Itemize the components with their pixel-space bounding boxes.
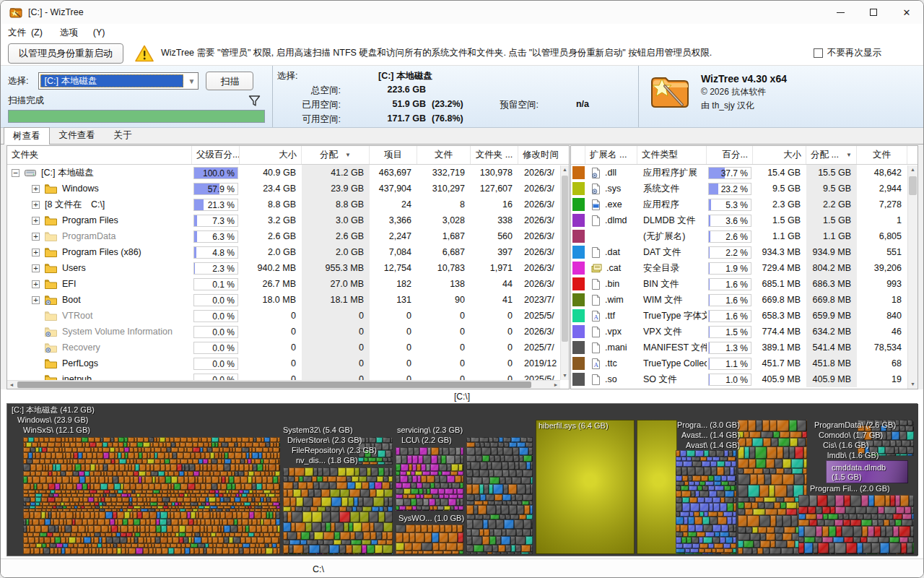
- percent-of-parent-bar: 0.0 %: [193, 326, 238, 338]
- used-space-value: 51.9 GB: [345, 99, 426, 111]
- tab-about[interactable]: 关于: [105, 126, 141, 144]
- expand-icon[interactable]: +: [32, 280, 40, 288]
- collapse-icon[interactable]: −: [12, 169, 19, 177]
- tree-row[interactable]: +Windows57.9 %23.4 GB23.9 GB437,904310,2…: [7, 181, 570, 197]
- tree-cell-files: 138: [417, 279, 471, 289]
- scroll-up-icon[interactable]: ▲: [908, 165, 918, 174]
- tree-header-col-5[interactable]: 文件: [417, 146, 471, 164]
- tree-row[interactable]: +Boot0.0 %18.0 MB18.1 MB13190412023/7/: [7, 292, 570, 308]
- tree-row[interactable]: +System Volume Information0.0 %000002026…: [7, 324, 570, 340]
- tree-row[interactable]: +Program Files7.3 %3.2 GB3.0 GB3,3663,02…: [7, 212, 570, 228]
- treemap-color-swatch: [572, 309, 585, 322]
- tree-row[interactable]: −[C:] 本地磁盘100.0 %40.9 GB41.2 GB463,69733…: [7, 165, 570, 181]
- ext-row[interactable]: .cat安全目录1.9 %729.4 MB804.2 MB39,206: [571, 260, 907, 276]
- ext-header-col-6[interactable]: 文件: [857, 146, 907, 164]
- ext-row[interactable]: .sys系统文件23.2 %9.5 GB9.5 GB2,944: [571, 181, 907, 197]
- expand-icon[interactable]: +: [32, 185, 40, 193]
- tree-row[interactable]: +[8 文件在 C:\]21.3 %8.8 GB8.8 GB248162026/…: [7, 197, 570, 212]
- ext-row[interactable]: .binBIN 文件1.6 %685.1 MB686.3 MB993: [571, 276, 907, 292]
- restart-as-admin-button[interactable]: 以管理员身份重新启动: [8, 43, 123, 64]
- ext-cell-size: 669.8 MB: [753, 295, 806, 305]
- ext-row[interactable]: A.ttcTrueType Collect1.1 %451.7 MB451.8 …: [571, 355, 907, 371]
- ext-row[interactable]: .vpxVPX 文件1.5 %774.4 MB634.2 MB46: [571, 324, 907, 340]
- expand-icon[interactable]: +: [32, 296, 40, 304]
- tree-vertical-scrollbar[interactable]: ▲ ▼: [560, 165, 569, 380]
- tree-row[interactable]: +PerfLogs0.0 %000002019/12: [7, 355, 570, 371]
- tree-header-col-2[interactable]: 大小: [240, 146, 302, 164]
- ext-vscroll-thumb[interactable]: [909, 176, 917, 195]
- ext-vertical-scrollbar[interactable]: ▲ ▼: [907, 165, 918, 389]
- tree-hscroll-thumb[interactable]: [17, 381, 531, 388]
- chevron-down-icon: ▼: [185, 77, 198, 85]
- tab-tree-view[interactable]: 树查看: [4, 127, 50, 144]
- ext-row[interactable]: .soSO 文件1.0 %405.9 MB405.9 MB19: [571, 371, 907, 387]
- tree-header-col-6[interactable]: 文件夹 ...: [471, 146, 518, 164]
- treemap[interactable]: [6, 403, 918, 556]
- tree-header-col-1[interactable]: 父级百分...: [192, 146, 240, 164]
- ext-row[interactable]: .dll应用程序扩展37.7 %15.4 GB15.5 GB48,642: [571, 165, 907, 181]
- tree-row[interactable]: +Users2.3 %940.2 MB955.3 MB12,75410,7831…: [7, 260, 570, 276]
- tree-row[interactable]: +ProgramData6.3 %2.6 GB2.6 GB2,2471,6875…: [7, 228, 570, 244]
- dont-show-again-checkbox[interactable]: [814, 48, 823, 58]
- close-button[interactable]: ✕: [890, 1, 923, 24]
- expand-icon[interactable]: +: [32, 249, 40, 256]
- tree-header-col-0[interactable]: 文件夹: [7, 146, 192, 164]
- ext-row[interactable]: .dlmdDLMDB 文件3.6 %1.5 GB1.5 GB1: [571, 212, 907, 228]
- drive-select[interactable]: [C:] 本地磁盘 ▼: [38, 72, 199, 90]
- ext-cell-size: 774.4 MB: [753, 327, 806, 337]
- tab-file-view[interactable]: 文件查看: [50, 126, 105, 144]
- tree-row[interactable]: +VTRoot0.0 %000002025/5/: [7, 308, 570, 324]
- ext-row[interactable]: A.ttfTrueType 字体文1.6 %658.3 MB659.9 MB84…: [571, 308, 907, 324]
- ext-header-col-5[interactable]: 分配 ...▼: [806, 146, 857, 164]
- folder-name: VTRoot: [62, 311, 92, 321]
- scroll-down-icon[interactable]: ▼: [561, 371, 569, 380]
- minimize-button[interactable]: [824, 1, 857, 24]
- ext-header-col-3[interactable]: 百分...: [707, 146, 753, 164]
- app-version: WizTree v4.30 x64: [701, 73, 787, 85]
- menu-options[interactable]: 选项 (Y): [60, 25, 113, 40]
- expand-icon[interactable]: +: [32, 233, 40, 241]
- ext-row[interactable]: .maniMANIFEST 文件1.3 %389.1 MB541.4 MB78,…: [571, 340, 907, 355]
- scroll-right-icon[interactable]: ►: [552, 381, 560, 389]
- tree-row[interactable]: +inetpub0.0 %000002025/5/: [7, 371, 570, 380]
- scroll-up-icon[interactable]: ▲: [561, 165, 569, 174]
- tree-cell-folders: 338: [471, 215, 518, 225]
- svg-text:A: A: [593, 314, 598, 321]
- tree-row[interactable]: +Recovery0.0 %000002025/7/: [7, 340, 570, 355]
- dont-show-again-label: 不要再次显示: [827, 47, 881, 59]
- tree-cell-items: 12,754: [370, 263, 417, 273]
- tree-header-col-4[interactable]: 项目: [370, 146, 417, 164]
- tree-header-col-7[interactable]: 修改时间: [518, 146, 570, 164]
- ext-header-col-2[interactable]: 文件类型: [637, 146, 707, 164]
- ext-header-col-0[interactable]: [571, 146, 585, 164]
- ext-row[interactable]: (无扩展名)2.6 %1.1 GB1.1 GB6,805: [571, 228, 907, 244]
- ext-header-col-4[interactable]: 大小: [753, 146, 806, 164]
- tree-horizontal-scrollbar[interactable]: ◄ ►: [7, 380, 560, 389]
- treemap-canvas[interactable]: [7, 404, 918, 556]
- expand-icon[interactable]: +: [32, 217, 40, 225]
- free-space-value: 171.7 GB: [345, 113, 426, 126]
- expand-icon[interactable]: +: [32, 264, 40, 272]
- tree-cell-items: 0: [370, 358, 417, 368]
- tree-header-col-3[interactable]: 分配▼: [302, 146, 370, 164]
- scroll-down-icon[interactable]: ▼: [908, 380, 918, 389]
- ext-row[interactable]: .wimWIM 文件1.6 %669.8 MB669.8 MB18: [571, 292, 907, 308]
- about-panel: WizTree v4.30 x64 © 2026 抗体软件 由 th_sjy 汉…: [639, 66, 923, 127]
- dont-show-again[interactable]: 不要再次显示: [814, 47, 881, 59]
- tree-row[interactable]: +Program Files (x86)4.8 %2.0 GB2.0 GB7,0…: [7, 244, 570, 260]
- percent-of-parent-bar: 7.3 %: [193, 215, 238, 227]
- expand-icon[interactable]: +: [32, 201, 40, 209]
- tree-vscroll-thumb[interactable]: [562, 176, 568, 342]
- menu-file[interactable]: 文件 (Z): [8, 25, 50, 40]
- tree-cell-size: 0: [240, 311, 302, 321]
- scan-button[interactable]: 扫描: [206, 72, 253, 90]
- ext-header-col-1[interactable]: 扩展名 ...: [585, 146, 637, 164]
- percent-bar: 1.1 %: [708, 358, 751, 370]
- filter-icon[interactable]: [248, 95, 261, 107]
- scroll-left-icon[interactable]: ◄: [7, 381, 16, 389]
- tree-row[interactable]: +EFI0.1 %26.7 MB27.0 MB182138442026/3/: [7, 276, 570, 292]
- ext-row[interactable]: .exe应用程序5.3 %2.3 GB2.2 GB7,278: [571, 197, 907, 212]
- ext-row[interactable]: .datDAT 文件2.2 %934.3 MB934.9 MB551: [571, 244, 907, 260]
- percent-of-parent-bar: 2.3 %: [193, 262, 238, 275]
- maximize-button[interactable]: [857, 1, 890, 24]
